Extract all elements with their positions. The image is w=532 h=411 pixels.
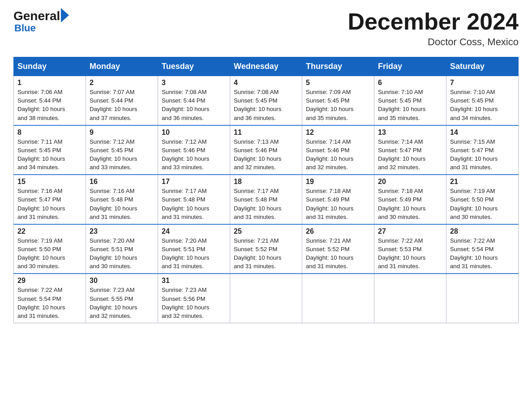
- day-number: 26: [306, 227, 370, 235]
- day-info: Sunrise: 7:18 AM Sunset: 5:49 PM Dayligh…: [378, 187, 442, 221]
- day-info: Sunrise: 7:22 AM Sunset: 5:54 PM Dayligh…: [450, 236, 515, 271]
- day-info: Sunrise: 7:08 AM Sunset: 5:44 PM Dayligh…: [162, 88, 226, 122]
- day-number: 3: [162, 79, 226, 87]
- day-info: Sunrise: 7:06 AM Sunset: 5:44 PM Dayligh…: [17, 88, 82, 122]
- day-info: Sunrise: 7:17 AM Sunset: 5:48 PM Dayligh…: [234, 187, 298, 221]
- calendar-day-cell: 23 Sunrise: 7:20 AM Sunset: 5:51 PM Dayl…: [86, 224, 158, 274]
- day-number: 24: [162, 227, 226, 235]
- day-info: Sunrise: 7:22 AM Sunset: 5:53 PM Dayligh…: [378, 236, 442, 271]
- day-number: 25: [234, 227, 298, 235]
- day-info: Sunrise: 7:18 AM Sunset: 5:49 PM Dayligh…: [306, 187, 370, 221]
- header-saturday: Saturday: [446, 57, 519, 76]
- day-number: 16: [90, 178, 154, 186]
- day-number: 4: [234, 79, 298, 87]
- logo: General Blue: [13, 9, 69, 34]
- day-number: 29: [17, 277, 82, 285]
- day-info: Sunrise: 7:10 AM Sunset: 5:45 PM Dayligh…: [450, 88, 515, 122]
- day-number: 19: [306, 178, 370, 186]
- calendar-day-cell: 15 Sunrise: 7:16 AM Sunset: 5:47 PM Dayl…: [14, 175, 86, 224]
- calendar-day-cell: 7 Sunrise: 7:10 AM Sunset: 5:45 PM Dayli…: [446, 76, 519, 125]
- day-info: Sunrise: 7:07 AM Sunset: 5:44 PM Dayligh…: [90, 88, 154, 122]
- day-info: Sunrise: 7:08 AM Sunset: 5:45 PM Dayligh…: [234, 88, 298, 122]
- calendar-day-cell: [230, 274, 302, 323]
- calendar-table: Sunday Monday Tuesday Wednesday Thursday…: [13, 57, 519, 323]
- day-number: 9: [90, 128, 154, 137]
- day-info: Sunrise: 7:13 AM Sunset: 5:46 PM Dayligh…: [234, 137, 298, 172]
- day-info: Sunrise: 7:11 AM Sunset: 5:45 PM Dayligh…: [17, 137, 82, 172]
- header-sunday: Sunday: [14, 57, 86, 76]
- calendar-day-cell: 3 Sunrise: 7:08 AM Sunset: 5:44 PM Dayli…: [158, 76, 230, 125]
- day-number: 14: [450, 128, 515, 137]
- calendar-day-cell: 5 Sunrise: 7:09 AM Sunset: 5:45 PM Dayli…: [302, 76, 374, 125]
- day-info: Sunrise: 7:17 AM Sunset: 5:48 PM Dayligh…: [162, 187, 226, 221]
- day-number: 17: [162, 178, 226, 186]
- logo-arrow-icon: [61, 8, 69, 22]
- calendar-week-row: 22 Sunrise: 7:19 AM Sunset: 5:50 PM Dayl…: [14, 224, 519, 274]
- day-info: Sunrise: 7:12 AM Sunset: 5:46 PM Dayligh…: [162, 137, 226, 172]
- day-number: 2: [90, 79, 154, 87]
- day-number: 5: [306, 79, 370, 87]
- day-number: 13: [378, 128, 442, 137]
- day-info: Sunrise: 7:20 AM Sunset: 5:51 PM Dayligh…: [162, 236, 226, 271]
- month-title: December 2024: [348, 9, 519, 34]
- header-monday: Monday: [86, 57, 158, 76]
- day-number: 15: [17, 178, 82, 186]
- calendar-day-cell: [302, 274, 374, 323]
- calendar-day-cell: 2 Sunrise: 7:07 AM Sunset: 5:44 PM Dayli…: [86, 76, 158, 125]
- day-info: Sunrise: 7:16 AM Sunset: 5:47 PM Dayligh…: [17, 187, 82, 221]
- calendar-day-cell: 16 Sunrise: 7:16 AM Sunset: 5:48 PM Dayl…: [86, 175, 158, 224]
- day-number: 23: [90, 227, 154, 235]
- header-tuesday: Tuesday: [158, 57, 230, 76]
- day-number: 11: [234, 128, 298, 137]
- day-info: Sunrise: 7:12 AM Sunset: 5:45 PM Dayligh…: [90, 137, 154, 172]
- day-number: 31: [162, 277, 226, 285]
- day-number: 1: [17, 79, 82, 87]
- day-number: 18: [234, 178, 298, 186]
- day-info: Sunrise: 7:16 AM Sunset: 5:48 PM Dayligh…: [90, 187, 154, 221]
- calendar-day-cell: 20 Sunrise: 7:18 AM Sunset: 5:49 PM Dayl…: [374, 175, 446, 224]
- day-number: 21: [450, 178, 515, 186]
- day-info: Sunrise: 7:15 AM Sunset: 5:47 PM Dayligh…: [450, 137, 515, 172]
- day-info: Sunrise: 7:19 AM Sunset: 5:50 PM Dayligh…: [17, 236, 82, 271]
- day-info: Sunrise: 7:21 AM Sunset: 5:52 PM Dayligh…: [234, 236, 298, 271]
- day-info: Sunrise: 7:23 AM Sunset: 5:55 PM Dayligh…: [90, 286, 154, 320]
- calendar-day-cell: [374, 274, 446, 323]
- day-number: 7: [450, 79, 515, 87]
- calendar-day-cell: 4 Sunrise: 7:08 AM Sunset: 5:45 PM Dayli…: [230, 76, 302, 125]
- calendar-header-row: Sunday Monday Tuesday Wednesday Thursday…: [14, 57, 519, 76]
- day-info: Sunrise: 7:14 AM Sunset: 5:47 PM Dayligh…: [378, 137, 442, 172]
- calendar-day-cell: 14 Sunrise: 7:15 AM Sunset: 5:47 PM Dayl…: [446, 125, 519, 175]
- day-info: Sunrise: 7:10 AM Sunset: 5:45 PM Dayligh…: [378, 88, 442, 122]
- calendar-day-cell: 13 Sunrise: 7:14 AM Sunset: 5:47 PM Dayl…: [374, 125, 446, 175]
- calendar-day-cell: 27 Sunrise: 7:22 AM Sunset: 5:53 PM Dayl…: [374, 224, 446, 274]
- calendar-day-cell: 18 Sunrise: 7:17 AM Sunset: 5:48 PM Dayl…: [230, 175, 302, 224]
- logo-blue-text: Blue: [14, 22, 36, 34]
- day-number: 28: [450, 227, 515, 235]
- calendar-day-cell: 26 Sunrise: 7:21 AM Sunset: 5:52 PM Dayl…: [302, 224, 374, 274]
- calendar-week-row: 15 Sunrise: 7:16 AM Sunset: 5:47 PM Dayl…: [14, 175, 519, 224]
- calendar-day-cell: 30 Sunrise: 7:23 AM Sunset: 5:55 PM Dayl…: [86, 274, 158, 323]
- day-number: 12: [306, 128, 370, 137]
- day-info: Sunrise: 7:23 AM Sunset: 5:56 PM Dayligh…: [162, 286, 226, 320]
- calendar-day-cell: [446, 274, 519, 323]
- calendar-day-cell: 1 Sunrise: 7:06 AM Sunset: 5:44 PM Dayli…: [14, 76, 86, 125]
- location-label: Doctor Coss, Mexico: [348, 36, 519, 48]
- header-thursday: Thursday: [302, 57, 374, 76]
- calendar-week-row: 1 Sunrise: 7:06 AM Sunset: 5:44 PM Dayli…: [14, 76, 519, 125]
- day-number: 27: [378, 227, 442, 235]
- calendar-day-cell: 25 Sunrise: 7:21 AM Sunset: 5:52 PM Dayl…: [230, 224, 302, 274]
- logo-general-text: General: [13, 9, 60, 23]
- day-info: Sunrise: 7:22 AM Sunset: 5:54 PM Dayligh…: [17, 286, 82, 320]
- calendar-week-row: 8 Sunrise: 7:11 AM Sunset: 5:45 PM Dayli…: [14, 125, 519, 175]
- header-friday: Friday: [374, 57, 446, 76]
- day-number: 20: [378, 178, 442, 186]
- calendar-day-cell: 28 Sunrise: 7:22 AM Sunset: 5:54 PM Dayl…: [446, 224, 519, 274]
- calendar-day-cell: 24 Sunrise: 7:20 AM Sunset: 5:51 PM Dayl…: [158, 224, 230, 274]
- day-info: Sunrise: 7:20 AM Sunset: 5:51 PM Dayligh…: [90, 236, 154, 271]
- calendar-week-row: 29 Sunrise: 7:22 AM Sunset: 5:54 PM Dayl…: [14, 274, 519, 323]
- calendar-day-cell: 10 Sunrise: 7:12 AM Sunset: 5:46 PM Dayl…: [158, 125, 230, 175]
- header-wednesday: Wednesday: [230, 57, 302, 76]
- title-section: December 2024 Doctor Coss, Mexico: [348, 9, 519, 48]
- calendar-day-cell: 9 Sunrise: 7:12 AM Sunset: 5:45 PM Dayli…: [86, 125, 158, 175]
- calendar-day-cell: 21 Sunrise: 7:19 AM Sunset: 5:50 PM Dayl…: [446, 175, 519, 224]
